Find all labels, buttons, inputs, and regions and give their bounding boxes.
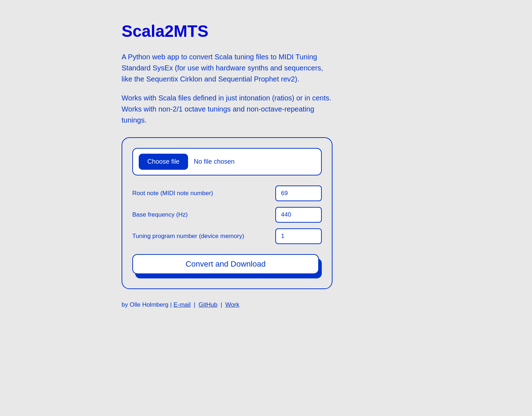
description-1: A Python web app to convert Scala tuning… (122, 51, 332, 85)
form-card: Choose file No file chosen Root note (MI… (122, 137, 332, 289)
tuning-program-row: Tuning program number (device memory) (132, 228, 322, 244)
file-input-wrapper: Choose file No file chosen (132, 148, 322, 175)
convert-download-button[interactable]: Convert and Download (132, 254, 319, 274)
footer-by-text: by Olle Holmberg | (122, 301, 172, 308)
footer: by Olle Holmberg | E-mail | GitHub | Wor… (122, 301, 239, 308)
footer-email-link[interactable]: E-mail (173, 301, 191, 308)
footer-work-link[interactable]: Work (225, 301, 239, 308)
root-note-input[interactable] (275, 185, 322, 201)
choose-file-button[interactable]: Choose file (139, 154, 188, 170)
root-note-label: Root note (MIDI note number) (132, 189, 270, 198)
page-title: Scala2MTS (122, 21, 208, 41)
root-note-row: Root note (MIDI note number) (132, 185, 322, 201)
fields-section: Root note (MIDI note number) Base freque… (132, 185, 322, 244)
base-freq-input[interactable] (275, 207, 322, 223)
no-file-text: No file chosen (194, 158, 235, 165)
footer-sep-2: | (221, 301, 224, 308)
footer-sep-1: | (194, 301, 197, 308)
base-freq-label: Base frequency (Hz) (132, 211, 270, 219)
base-freq-row: Base frequency (Hz) (132, 207, 322, 223)
tuning-program-label: Tuning program number (device memory) (132, 232, 270, 241)
convert-btn-wrapper: Convert and Download (132, 254, 322, 278)
footer-github-link[interactable]: GitHub (198, 301, 217, 308)
tuning-program-input[interactable] (275, 228, 322, 244)
description-2: Works with Scala files defined in just i… (122, 93, 332, 126)
